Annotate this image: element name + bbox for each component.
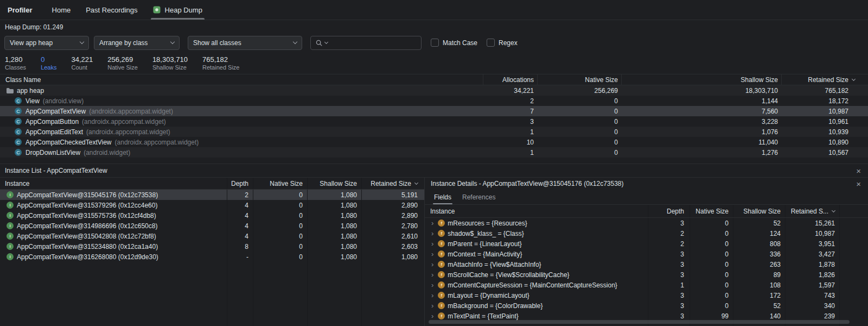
expand-chevron-icon[interactable]: ›: [431, 302, 433, 309]
column-header-depth[interactable]: Depth: [648, 205, 690, 217]
class-icon: C: [14, 138, 22, 146]
field-row[interactable]: ›fmAttachInfo = {View$AttachInfo}302631,…: [425, 259, 868, 269]
stat-value: 34,221: [71, 55, 93, 64]
filler-cell: [0, 262, 227, 326]
field-cell: ›fmLayout = {DynamicLayout}: [425, 290, 648, 300]
column-header-shallow-size[interactable]: Shallow Size: [308, 178, 362, 189]
field-row[interactable]: ›fmResources = {Resources}305215,261: [425, 218, 868, 228]
class-name-cell: CAppCompatEditText(androidx.appcompat.wi…: [0, 127, 483, 137]
class-table-row[interactable]: CAppCompatTextView(androidx.appcompat.wi…: [0, 106, 868, 116]
instance-cell: iAppCompatTextView@314986696 (0x12c650c8…: [0, 221, 227, 231]
checkbox-match-case[interactable]: Match Case: [431, 39, 477, 47]
field-icon: f: [438, 230, 445, 237]
close-icon[interactable]: ×: [856, 180, 861, 188]
search-box[interactable]: [310, 36, 422, 50]
column-header-native-size[interactable]: Native Size: [537, 74, 621, 85]
instance-row[interactable]: iAppCompatTextView@314986696 (0x12c650c8…: [0, 221, 424, 231]
class-table-row[interactable]: CView(android.view)201,14418,172: [0, 96, 868, 106]
column-header-retained-size[interactable]: Retained Size: [362, 178, 424, 189]
column-header-instance[interactable]: Instance: [0, 178, 227, 189]
dropdown-show-all-classes[interactable]: Show all classes: [188, 36, 302, 50]
instance-row[interactable]: iAppCompatTextView@315379296 (0x12cc4e60…: [0, 200, 424, 210]
depth-cell: 3: [648, 249, 690, 259]
column-header-allocations[interactable]: Allocations: [483, 74, 537, 85]
expand-chevron-icon[interactable]: ›: [431, 220, 433, 227]
column-header-retained-size[interactable]: Retained S...: [786, 205, 840, 217]
tab-heap-dump[interactable]: Heap Dump: [145, 0, 210, 20]
field-row[interactable]: ›fmContext = {MainActivity}303363,427: [425, 249, 868, 259]
column-header-class-name[interactable]: Class Name: [0, 74, 483, 85]
row-gutter: [840, 280, 868, 290]
dropdown-arrange-by-class[interactable]: Arrange by class: [94, 36, 180, 50]
depth-cell: 1: [648, 280, 690, 290]
field-row[interactable]: ›fshadow$_klass_ = {Class}2012410,987: [425, 228, 868, 239]
tab-home[interactable]: Home: [44, 0, 79, 20]
retained-size-cell: 1,080: [362, 252, 424, 262]
field-icon: f: [438, 240, 445, 247]
tab-fields[interactable]: Fields: [429, 190, 457, 204]
search-input[interactable]: [330, 39, 417, 47]
column-header-shallow-size[interactable]: Shallow Size: [733, 205, 786, 217]
field-row[interactable]: ›fmLayout = {DynamicLayout}30172743: [425, 290, 868, 300]
column-label: Allocations: [502, 76, 534, 84]
retained-size-cell: 18,172: [781, 96, 868, 106]
stat-leaks[interactable]: 0Leaks: [41, 55, 56, 71]
field-row[interactable]: ›fmBackground = {ColorDrawable}3052340: [425, 300, 868, 311]
class-table-row[interactable]: CDropDownListView(android.widget)101,276…: [0, 147, 868, 158]
field-label: mContext = {MainActivity}: [448, 250, 522, 258]
field-row[interactable]: ›fmScrollCache = {View$ScrollabilityCach…: [425, 269, 868, 280]
expand-chevron-icon[interactable]: ›: [431, 230, 433, 237]
column-header-native-size[interactable]: Native Size: [253, 178, 308, 189]
expand-chevron-icon[interactable]: ›: [431, 271, 433, 278]
dropdown-view-app-heap[interactable]: View app heap: [4, 36, 89, 50]
stat-label: Leaks: [41, 64, 56, 71]
instance-row[interactable]: iAppCompatTextView@315042808 (0x12c72bf8…: [0, 231, 424, 241]
close-icon[interactable]: ×: [856, 167, 861, 175]
instance-table-body: iAppCompatTextView@315045176 (0x12c73538…: [0, 190, 424, 326]
class-table-row[interactable]: app heap34,221256,26918,303,710765,182: [0, 85, 868, 96]
expand-chevron-icon[interactable]: ›: [431, 250, 433, 258]
column-header-instance[interactable]: Instance: [425, 205, 648, 217]
expand-chevron-icon[interactable]: ›: [431, 240, 433, 247]
expand-chevron-icon[interactable]: ›: [431, 312, 433, 319]
tab-references[interactable]: References: [457, 190, 501, 204]
horizontal-scrollbar-thumb[interactable]: [429, 320, 850, 324]
native-size-cell: 0: [690, 218, 733, 228]
shallow-size-cell: 1,080: [308, 190, 362, 200]
class-table-row[interactable]: CAppCompatCheckedTextView(androidx.appco…: [0, 137, 868, 147]
field-label: mResources = {Resources}: [448, 220, 527, 227]
expand-chevron-icon[interactable]: ›: [431, 261, 433, 268]
checkbox-regex[interactable]: Regex: [487, 39, 518, 47]
dropdown-value: Show all classes: [193, 39, 241, 47]
allocations-cell: 10: [483, 137, 537, 147]
field-icon: f: [438, 312, 445, 319]
class-name-cell: CAppCompatTextView(androidx.appcompat.wi…: [0, 106, 483, 116]
shallow-size-cell: 89: [733, 269, 786, 280]
class-table-row[interactable]: CAppCompatEditText(androidx.appcompat.wi…: [0, 127, 868, 137]
field-row[interactable]: ›fmContentCaptureSession = {MainContentC…: [425, 280, 868, 290]
class-table-row[interactable]: CAppCompatButton(androidx.appcompat.widg…: [0, 116, 868, 127]
heap-toolbar: View app heapArrange by classShow all cl…: [0, 34, 868, 52]
field-cell: ›fmBackground = {ColorDrawable}: [425, 300, 648, 311]
instance-row[interactable]: iAppCompatTextView@315045176 (0x12c73538…: [0, 190, 424, 200]
retained-size-cell: 10,939: [781, 127, 868, 137]
expand-chevron-icon[interactable]: ›: [431, 281, 433, 289]
column-header-native-size[interactable]: Native Size: [690, 205, 733, 217]
native-size-cell: 0: [690, 239, 733, 249]
column-label: Retained Size: [808, 76, 848, 84]
chevron-down-icon: [170, 40, 175, 44]
instance-row[interactable]: iAppCompatTextView@315575736 (0x12cf4db8…: [0, 210, 424, 221]
column-header-depth[interactable]: Depth: [227, 178, 253, 189]
instance-row[interactable]: iAppCompatTextView@316268080 (0x12d9de30…: [0, 252, 424, 262]
column-header-shallow-size[interactable]: Shallow Size: [621, 74, 781, 85]
tab-past-recordings[interactable]: Past Recordings: [78, 0, 145, 20]
instance-cell: iAppCompatTextView@315042808 (0x12c72bf8…: [0, 231, 227, 241]
instance-row[interactable]: iAppCompatTextView@315234880 (0x12ca1a40…: [0, 241, 424, 252]
field-cell: ›fmAttachInfo = {View$AttachInfo}: [425, 259, 648, 269]
column-label: Retained Size: [371, 180, 411, 187]
column-header-retained-size[interactable]: Retained Size: [781, 74, 868, 85]
expand-chevron-icon[interactable]: ›: [431, 292, 433, 299]
filler-cell: [308, 262, 362, 326]
field-row[interactable]: ›fmParent = {LinearLayout}208083,951: [425, 239, 868, 249]
instance-list-panel: Instance List - AppCompatTextView × Inst…: [0, 164, 868, 326]
